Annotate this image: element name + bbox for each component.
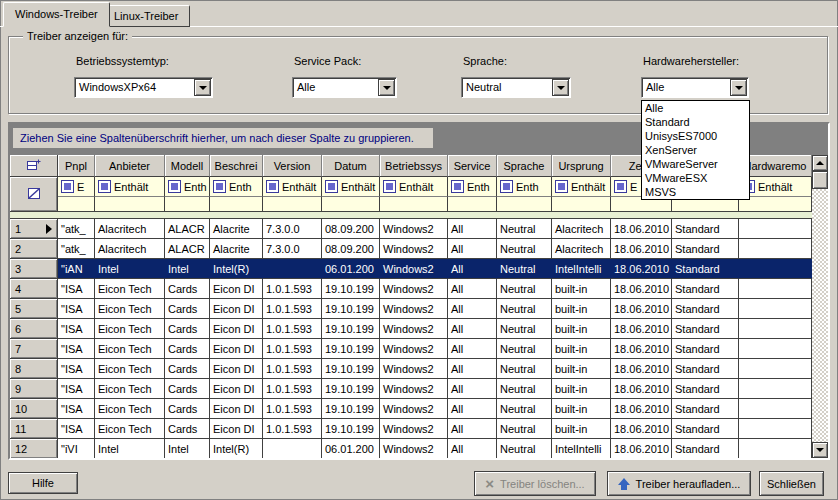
table-row[interactable]: 7"ISAEicon TechCardsEicon DI1.0.1.59319.… bbox=[10, 339, 812, 359]
column-header-Pnpl[interactable]: Pnpl bbox=[58, 155, 95, 177]
row-header[interactable]: 9 bbox=[10, 379, 58, 399]
table-cell: 06.01.200 bbox=[322, 439, 380, 458]
column-header-Anbieter[interactable]: Anbieter bbox=[95, 155, 165, 177]
vertical-scrollbar[interactable] bbox=[812, 155, 828, 458]
row-header[interactable]: 12 bbox=[10, 439, 58, 458]
scroll-up-icon[interactable] bbox=[812, 155, 828, 171]
tab-linux-treiber[interactable]: Linux-Treiber bbox=[102, 5, 190, 27]
filter-input-cell[interactable] bbox=[95, 197, 165, 212]
os-type-combobox[interactable]: WindowsXPx64 bbox=[74, 77, 213, 98]
dropdown-option[interactable]: UnisysES7000 bbox=[642, 129, 749, 143]
table-row[interactable]: 12"iVIIntelIntelIntel(R)06.01.200Windows… bbox=[10, 439, 812, 458]
table-row[interactable]: 8"ISAEicon TechCardsEicon DI1.0.1.59319.… bbox=[10, 359, 812, 379]
dropdown-option[interactable]: XenServer bbox=[642, 143, 749, 157]
language-combobox[interactable]: Neutral bbox=[461, 77, 571, 98]
row-header[interactable]: 3 bbox=[10, 259, 58, 279]
filter-condition-cell[interactable]: Enth bbox=[165, 177, 210, 197]
filter-condition-cell[interactable]: Enth bbox=[497, 177, 552, 197]
chevron-down-icon[interactable] bbox=[194, 79, 211, 96]
column-header-Ursprung[interactable]: Ursprung bbox=[552, 155, 611, 177]
table-row[interactable]: 5"ISAEicon TechCardsEicon DI1.0.1.59319.… bbox=[10, 299, 812, 319]
row-header[interactable]: 7 bbox=[10, 339, 58, 359]
filter-condition-cell[interactable]: Enth bbox=[210, 177, 263, 197]
service-pack-combobox[interactable]: Alle bbox=[292, 77, 397, 98]
column-header-Service[interactable]: Service bbox=[448, 155, 497, 177]
dropdown-option[interactable]: VMwareESX bbox=[642, 171, 749, 185]
row-header[interactable]: 4 bbox=[10, 279, 58, 299]
filter-condition-cell[interactable]: Enthält bbox=[263, 177, 322, 197]
filter-input-cell[interactable] bbox=[263, 197, 322, 212]
row-header[interactable]: 11 bbox=[10, 419, 58, 439]
filter-input-cell[interactable] bbox=[322, 197, 380, 212]
table-row[interactable]: 9"ISAEicon TechCardsEicon DI1.0.1.59319.… bbox=[10, 379, 812, 399]
scroll-down-icon[interactable] bbox=[812, 442, 828, 458]
column-header-Betriebssys[interactable]: Betriebssys bbox=[380, 155, 448, 177]
filter-input-cell[interactable] bbox=[448, 197, 497, 212]
dropdown-option[interactable]: MSVS bbox=[642, 185, 749, 199]
filter-condition-cell[interactable]: Enthält bbox=[95, 177, 165, 197]
table-row[interactable]: 10"ISAEicon TechCardsEicon DI1.0.1.59319… bbox=[10, 399, 812, 419]
filter-condition-cell[interactable]: Enthält bbox=[552, 177, 611, 197]
table-cell: Intel(R) bbox=[210, 259, 263, 279]
row-header[interactable]: 1 bbox=[10, 219, 58, 239]
table-row[interactable]: 2"atk_AlacritechALACRAlacrite7.3.0.008.0… bbox=[10, 239, 812, 259]
filter-input-cell[interactable] bbox=[497, 197, 552, 212]
table-cell: "ISA bbox=[58, 279, 95, 299]
filter-condition-cell[interactable]: Enthält bbox=[322, 177, 380, 197]
filter-input-cell[interactable] bbox=[210, 197, 263, 212]
row-header[interactable]: 6 bbox=[10, 319, 58, 339]
hardware-vendor-combobox[interactable]: Alle bbox=[641, 77, 749, 98]
dropdown-option[interactable]: Alle bbox=[642, 101, 749, 115]
table-row[interactable]: 4"ISAEicon TechCardsEicon DI1.0.1.59319.… bbox=[10, 279, 812, 299]
dropdown-option[interactable]: VMwareServer bbox=[642, 157, 749, 171]
column-header-Beschrei[interactable]: Beschrei bbox=[210, 155, 263, 177]
chevron-down-icon[interactable] bbox=[378, 79, 395, 96]
row-header[interactable]: 2 bbox=[10, 239, 58, 259]
scrollbar-track[interactable] bbox=[812, 189, 828, 442]
column-header-Modell[interactable]: Modell bbox=[165, 155, 210, 177]
table-row[interactable]: 1"atk_AlacritechALACRAlacrite7.3.0.008.0… bbox=[10, 219, 812, 239]
filter-input-cell[interactable] bbox=[552, 197, 611, 212]
dropdown-option[interactable]: Standard bbox=[642, 115, 749, 129]
tab-windows-treiber[interactable]: Windows-Treiber bbox=[3, 2, 110, 27]
table-row[interactable]: 6"ISAEicon TechCardsEicon DI1.0.1.59319.… bbox=[10, 319, 812, 339]
table-cell: Windows2 bbox=[380, 279, 448, 299]
filter-condition-label: E bbox=[77, 181, 84, 193]
filter-input-cell[interactable] bbox=[380, 197, 448, 212]
hardware-vendor-field: Hardwarehersteller: Alle bbox=[641, 55, 749, 98]
filter-input-cell[interactable] bbox=[165, 197, 210, 212]
service-pack-field: Service Pack: Alle bbox=[292, 55, 397, 98]
chevron-down-icon[interactable] bbox=[730, 79, 747, 96]
help-button[interactable]: Hilfe bbox=[8, 472, 78, 494]
field-chooser-icon[interactable] bbox=[10, 155, 58, 177]
filter-condition-cell[interactable]: E bbox=[58, 177, 95, 197]
upload-driver-button[interactable]: Treiber heraufladen... bbox=[607, 471, 751, 496]
column-header-Version[interactable]: Version bbox=[263, 155, 322, 177]
table-cell: 08.09.200 bbox=[322, 219, 380, 239]
filter-input-cell[interactable] bbox=[58, 197, 95, 212]
row-header[interactable]: 10 bbox=[10, 399, 58, 419]
row-header[interactable]: 8 bbox=[10, 359, 58, 379]
table-cell: 18.06.2010 bbox=[611, 219, 672, 239]
filter-condition-cell[interactable]: Enthält bbox=[380, 177, 448, 197]
table-row[interactable]: 3"iANIntelIntelIntel(R)06.01.200Windows2… bbox=[10, 259, 812, 279]
close-button[interactable]: Schließen bbox=[759, 471, 824, 496]
table-row[interactable]: 11"ISAEicon TechCardsEicon DI1.0.1.59319… bbox=[10, 419, 812, 439]
column-header-Sprache[interactable]: Sprache bbox=[497, 155, 552, 177]
filter-condition-cell[interactable]: Enth bbox=[448, 177, 497, 197]
table-cell bbox=[263, 439, 322, 458]
delete-driver-label: Treiber löschen... bbox=[500, 478, 585, 490]
scrollbar-thumb[interactable] bbox=[812, 171, 828, 189]
grid-table: PnplAnbieterModellBeschreiVersionDatumBe… bbox=[10, 155, 812, 458]
chevron-down-icon[interactable] bbox=[552, 79, 569, 96]
filter-condition-icon bbox=[266, 180, 279, 193]
column-header-Datum[interactable]: Datum bbox=[322, 155, 380, 177]
table-cell: Neutral bbox=[497, 239, 552, 259]
table-cell: Eicon DI bbox=[210, 279, 263, 299]
table-cell: Eicon Tech bbox=[95, 359, 165, 379]
table-cell: 19.10.199 bbox=[322, 419, 380, 439]
table-cell: Standard bbox=[672, 219, 739, 239]
table-cell: Windows2 bbox=[380, 259, 448, 279]
filter-edit-icon[interactable] bbox=[10, 177, 58, 212]
row-header[interactable]: 5 bbox=[10, 299, 58, 319]
